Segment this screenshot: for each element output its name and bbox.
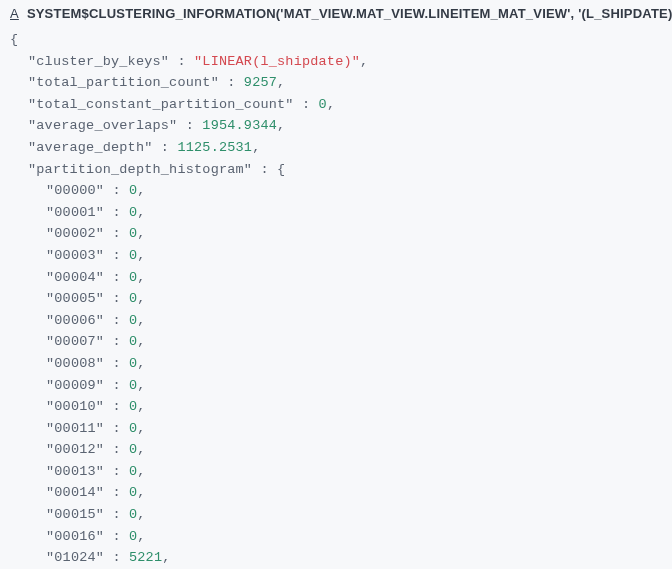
column-type-marker: A — [10, 6, 19, 21]
column-title: SYSTEM$CLUSTERING_INFORMATION('MAT_VIEW.… — [27, 6, 672, 21]
json-output: {"cluster_by_keys" : "LINEAR(l_shipdate)… — [10, 29, 664, 569]
result-cell: A SYSTEM$CLUSTERING_INFORMATION('MAT_VIE… — [0, 0, 672, 569]
column-header-row: A SYSTEM$CLUSTERING_INFORMATION('MAT_VIE… — [10, 6, 664, 29]
